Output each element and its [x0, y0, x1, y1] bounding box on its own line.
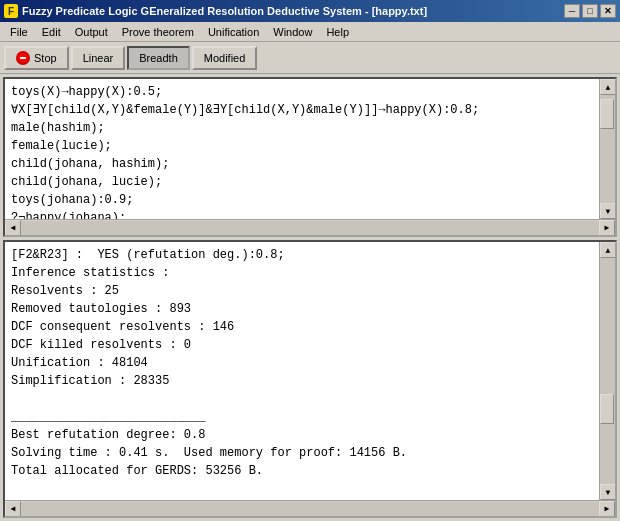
- top-scroll-track[interactable]: [600, 95, 615, 203]
- breadth-button[interactable]: Breadth: [127, 46, 190, 70]
- app-icon: F: [4, 4, 18, 18]
- top-text-content[interactable]: toys(X)→happy(X):0.5; ∀X[∃Y[child(X,Y)&f…: [5, 79, 599, 219]
- bottom-scrollbar-vertical[interactable]: ▲ ▼: [599, 242, 615, 500]
- menu-window[interactable]: Window: [267, 23, 318, 41]
- menu-help[interactable]: Help: [320, 23, 355, 41]
- title-bar-text: Fuzzy Predicate Logic GEneralized Resolu…: [22, 5, 427, 17]
- window-controls: ─ □ ✕: [564, 4, 616, 18]
- menu-edit[interactable]: Edit: [36, 23, 67, 41]
- bottom-scroll-thumb[interactable]: [600, 394, 614, 424]
- minimize-button[interactable]: ─: [564, 4, 580, 18]
- toolbar: Stop Linear Breadth Modified: [0, 42, 620, 74]
- top-scrollbar-horizontal[interactable]: ◀ ▶: [5, 219, 615, 235]
- stop-icon: [16, 51, 30, 65]
- bottom-scroll-down[interactable]: ▼: [600, 484, 615, 500]
- top-panel: toys(X)→happy(X):0.5; ∀X[∃Y[child(X,Y)&f…: [3, 77, 617, 237]
- close-button[interactable]: ✕: [600, 4, 616, 18]
- top-scrollbar-vertical[interactable]: ▲ ▼: [599, 79, 615, 219]
- top-scroll-track-h[interactable]: [21, 221, 599, 235]
- top-scroll-right[interactable]: ▶: [599, 220, 615, 236]
- bottom-scroll-track[interactable]: [600, 258, 615, 484]
- bottom-text-content[interactable]: [F2&R23] : YES (refutation deg.):0.8; In…: [5, 242, 599, 500]
- bottom-scrollbar-horizontal[interactable]: ◀ ▶: [5, 500, 615, 516]
- bottom-scroll-left[interactable]: ◀: [5, 501, 21, 517]
- bottom-scroll-right[interactable]: ▶: [599, 501, 615, 517]
- maximize-button[interactable]: □: [582, 4, 598, 18]
- top-scroll-down[interactable]: ▼: [600, 203, 615, 219]
- stop-button[interactable]: Stop: [4, 46, 69, 70]
- main-window: toys(X)→happy(X):0.5; ∀X[∃Y[child(X,Y)&f…: [0, 74, 620, 521]
- title-bar: F Fuzzy Predicate Logic GEneralized Reso…: [0, 0, 620, 22]
- linear-button[interactable]: Linear: [71, 46, 126, 70]
- bottom-scroll-up[interactable]: ▲: [600, 242, 615, 258]
- menu-prove-theorem[interactable]: Prove theorem: [116, 23, 200, 41]
- menu-bar: File Edit Output Prove theorem Unificati…: [0, 22, 620, 42]
- modified-button[interactable]: Modified: [192, 46, 258, 70]
- menu-output[interactable]: Output: [69, 23, 114, 41]
- menu-file[interactable]: File: [4, 23, 34, 41]
- top-scroll-thumb[interactable]: [600, 99, 614, 129]
- bottom-panel: [F2&R23] : YES (refutation deg.):0.8; In…: [3, 240, 617, 518]
- bottom-scroll-track-h[interactable]: [21, 502, 599, 516]
- menu-unification[interactable]: Unification: [202, 23, 265, 41]
- top-scroll-up[interactable]: ▲: [600, 79, 615, 95]
- top-scroll-left[interactable]: ◀: [5, 220, 21, 236]
